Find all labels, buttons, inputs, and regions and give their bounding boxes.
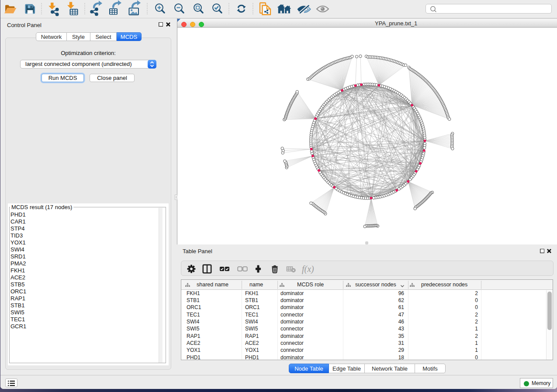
svg-text:f(x): f(x) [302,264,314,274]
